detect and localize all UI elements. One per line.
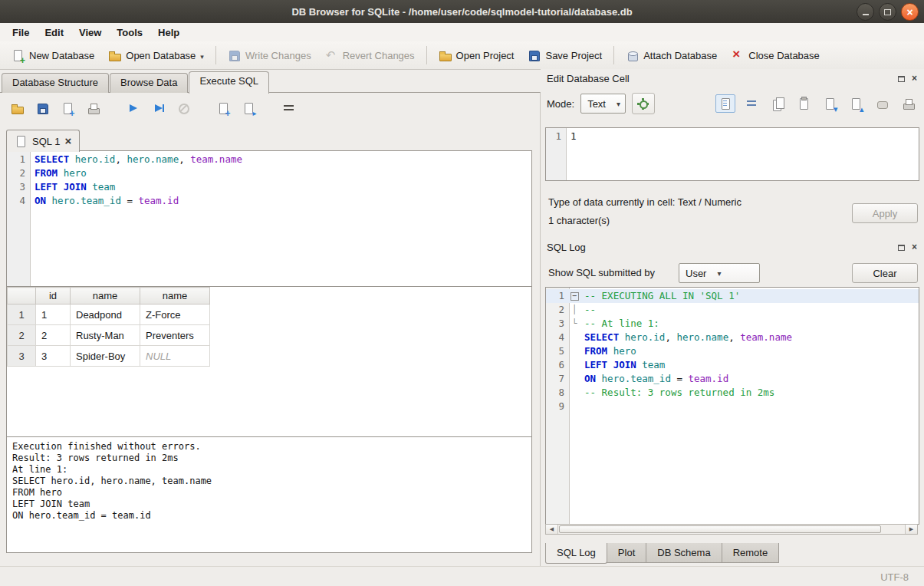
cell-rows: 1 1 xyxy=(546,128,919,143)
tab-remote[interactable]: Remote xyxy=(722,543,780,563)
cell-value-editor[interactable]: 1 1 xyxy=(545,127,919,181)
copy-cell-icon xyxy=(771,97,784,110)
scroll-thumb[interactable] xyxy=(559,525,881,533)
mode-select[interactable]: Text xyxy=(580,94,626,114)
menu-tools[interactable]: Tools xyxy=(109,25,150,41)
log-filter-select[interactable]: User xyxy=(679,263,760,283)
scroll-left-icon[interactable] xyxy=(546,525,558,534)
open-external-editor-button[interactable] xyxy=(632,93,655,114)
open-sql-file-button[interactable] xyxy=(8,99,26,117)
row-header[interactable]: 2 xyxy=(8,325,36,346)
column-header-name[interactable]: name xyxy=(71,288,140,305)
fold-marker-icon[interactable]: − xyxy=(569,289,580,303)
menu-help[interactable]: Help xyxy=(150,25,187,41)
corner-header[interactable] xyxy=(8,288,36,305)
edit-cell-title: Edit Database Cell xyxy=(547,73,896,84)
menu-view[interactable]: View xyxy=(71,25,109,41)
minimize-icon[interactable] xyxy=(857,3,874,21)
paste-cell-button[interactable] xyxy=(794,94,814,113)
row-header[interactable]: 1 xyxy=(8,305,36,325)
export-sql-button[interactable] xyxy=(58,99,77,117)
import-cell-button[interactable] xyxy=(820,94,840,113)
cell[interactable]: Z-Force xyxy=(140,305,210,325)
tab-database-structure[interactable]: Database Structure xyxy=(2,73,109,93)
new-sql-tab-button[interactable] xyxy=(214,99,232,117)
new-database-button[interactable]: New Database xyxy=(5,45,101,66)
close-window-icon[interactable] xyxy=(901,3,919,21)
float-dock-icon[interactable] xyxy=(896,242,906,252)
word-wrap-button[interactable] xyxy=(279,99,298,117)
open-database-button[interactable]: Open Database xyxy=(101,45,211,66)
close-database-button[interactable]: Close Database xyxy=(724,45,827,66)
menu-edit[interactable]: Edit xyxy=(37,25,71,41)
revert-changes-label: Revert Changes xyxy=(343,50,415,61)
log-filter-value: User xyxy=(686,268,706,279)
execute-current-line-button[interactable] xyxy=(149,99,167,117)
code-line: 4ON hero.team_id = team.id xyxy=(7,194,531,208)
line-number: 5 xyxy=(546,344,569,358)
main-toolbar: New DatabaseOpen DatabaseWrite ChangesRe… xyxy=(0,41,924,70)
cell[interactable]: 2 xyxy=(36,325,71,346)
attach-database-button[interactable]: Attach Database xyxy=(619,45,724,66)
row-header[interactable]: 3 xyxy=(8,346,36,367)
execute-all-icon xyxy=(127,102,140,115)
cell[interactable]: Spider-Boy xyxy=(71,346,140,367)
tab-execute-sql[interactable]: Execute SQL xyxy=(189,71,269,94)
set-null-button[interactable] xyxy=(872,94,892,113)
fold-guide xyxy=(569,358,580,372)
column-header-id[interactable]: id xyxy=(36,288,71,305)
log-hscrollbar[interactable] xyxy=(545,524,918,535)
cell[interactable]: 3 xyxy=(36,346,71,367)
open-project-icon xyxy=(439,49,452,62)
menu-file[interactable]: File xyxy=(5,25,37,41)
close-dock-icon[interactable] xyxy=(909,74,919,84)
cell[interactable]: Rusty-Man xyxy=(71,325,140,346)
sql-editor[interactable]: 1SELECT hero.id, hero.name, team.name2FR… xyxy=(6,150,532,288)
close-dock-icon[interactable] xyxy=(909,242,919,252)
print-cell-button[interactable] xyxy=(898,94,918,113)
copy-cell-button[interactable] xyxy=(768,94,788,113)
tab-plot[interactable]: Plot xyxy=(607,543,646,563)
apply-button: Apply xyxy=(852,203,918,223)
sql-log-view[interactable]: 1−-- EXECUTING ALL IN 'SQL 1'2│--3└-- At… xyxy=(545,287,919,525)
results-table: idnamename11DeadpondZ-Force22Rusty-ManPr… xyxy=(7,287,210,367)
cell[interactable]: NULL xyxy=(140,346,210,367)
cell-char-count: 1 character(s) xyxy=(548,215,610,226)
sql-log-lines: 1−-- EXECUTING ALL IN 'SQL 1'2│--3└-- At… xyxy=(546,288,919,413)
results-grid[interactable]: idnamename11DeadpondZ-Force22Rusty-ManPr… xyxy=(6,286,532,438)
column-header-name[interactable]: name xyxy=(140,288,210,305)
export-cell-button[interactable] xyxy=(846,94,866,113)
fold-guide xyxy=(569,331,580,344)
execute-all-button[interactable] xyxy=(123,99,142,117)
export-cell-icon xyxy=(850,97,863,110)
scroll-track[interactable] xyxy=(881,525,905,534)
main-tabs: Database StructureBrowse DataExecute SQL xyxy=(2,71,270,93)
revert-changes-icon xyxy=(325,49,338,62)
clear-log-button[interactable]: Clear xyxy=(852,263,918,283)
cell[interactable]: Preventers xyxy=(140,325,210,346)
code-text: ON hero.team_id = team.id xyxy=(30,194,179,208)
print-sql-button[interactable] xyxy=(84,99,102,117)
save-project-button[interactable]: Save Project xyxy=(521,45,609,66)
chevron-down-icon[interactable] xyxy=(200,50,204,61)
maximize-icon[interactable] xyxy=(879,3,896,21)
cell[interactable]: Deadpond xyxy=(71,305,140,325)
text-mode-button[interactable] xyxy=(715,94,735,113)
tab-browse-data[interactable]: Browse Data xyxy=(110,73,188,93)
wrap-lines-button[interactable] xyxy=(742,94,761,113)
float-dock-icon[interactable] xyxy=(896,74,906,84)
statusbar: UTF-8 xyxy=(0,566,924,586)
cell[interactable]: 1 xyxy=(36,305,71,325)
save-sql-file-button[interactable] xyxy=(33,99,51,117)
sql-tab[interactable]: SQL 1 xyxy=(6,130,80,152)
close-tab-icon[interactable] xyxy=(64,135,71,147)
tab-db-schema[interactable]: DB Schema xyxy=(646,543,722,563)
code-text: -- At line 1: xyxy=(580,317,659,331)
dock-tabs: SQL LogPlotDB SchemaRemote xyxy=(545,543,778,564)
execute-sql-pane: SQL 1 1SELECT hero.id, hero.name, team.n… xyxy=(0,92,541,567)
cell-type-info: Type of data currently in cell: Text / N… xyxy=(548,196,742,208)
scroll-right-icon[interactable] xyxy=(905,525,917,534)
open-project-button[interactable]: Open Project xyxy=(432,45,521,66)
tab-sql-log[interactable]: SQL Log xyxy=(545,543,607,564)
open-sql-new-tab-button[interactable] xyxy=(239,99,258,117)
